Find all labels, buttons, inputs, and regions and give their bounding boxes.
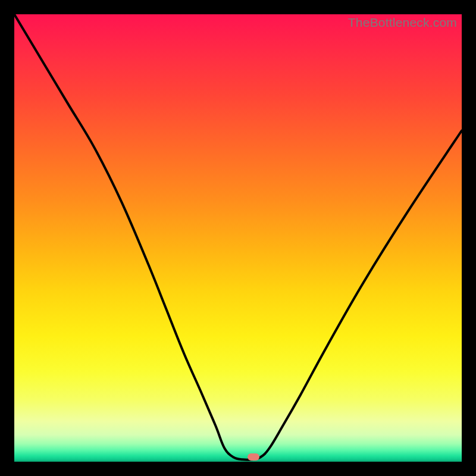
plot-area: TheBottleneck.com (14, 14, 462, 462)
optimal-marker (248, 453, 259, 461)
chart-stage: TheBottleneck.com (0, 0, 476, 476)
curve-path (14, 14, 462, 460)
bottleneck-curve (14, 14, 462, 462)
